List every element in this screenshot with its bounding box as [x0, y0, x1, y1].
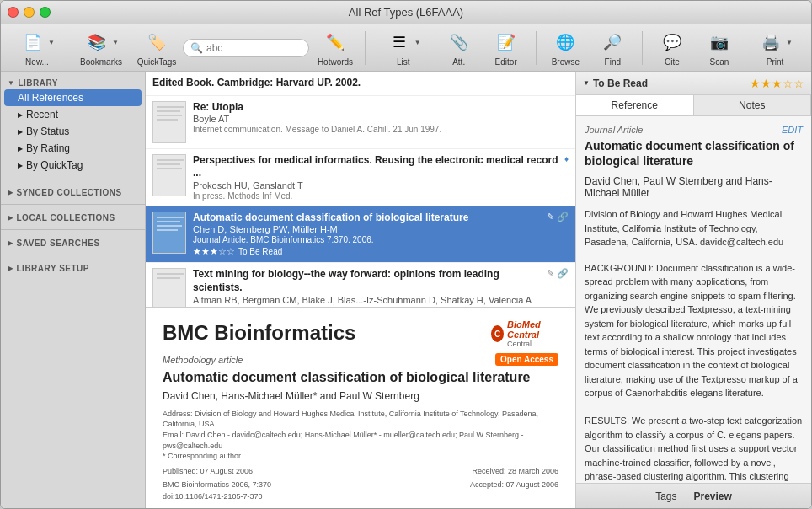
sidebar-item-by-rating-triangle: ▶ [18, 145, 23, 153]
sidebar-saved-header[interactable]: ▶ SAVED SEARCHES [1, 235, 145, 249]
preview-available: This article is available from: http://w… [163, 507, 558, 508]
reference-item-4[interactable]: Automatic document classification of bio… [146, 206, 575, 264]
preview-email-text: Email: David Chen - davidc@caltech.edu; … [163, 431, 523, 450]
local-triangle: ▶ [8, 214, 13, 222]
right-authors: David Chen, Paul W Sternberg and Hans-Mi… [585, 175, 803, 199]
svg-rect-4 [157, 119, 178, 121]
sidebar-synced-header[interactable]: ▶ SYNCED COLLECTIONS [1, 185, 145, 199]
right-affiliation: Division of Biology and Howard Hughes Me… [585, 207, 803, 249]
find-label: Find [605, 57, 621, 67]
ref-author-4: Chen D, Sternberg PW, Müller H-M [193, 224, 569, 234]
separator-3 [642, 31, 643, 65]
close-button[interactable] [8, 7, 19, 18]
right-bottom-tab-tags[interactable]: Tags [655, 490, 676, 502]
reference-item-1[interactable]: Edited Book. Cambridge: Harvard UP. 2002… [146, 72, 575, 96]
reference-item-5[interactable]: Text mining for biology--the way forward… [146, 263, 575, 308]
right-content: Journal Article EDIT Automatic document … [576, 116, 811, 483]
ref-author-2: Boyle AT [193, 114, 569, 124]
preview-bmc-ref-row: BMC Bioinformatics 2006, 7:370 Accepted:… [163, 480, 558, 489]
ref-tobread-4: To Be Read [238, 247, 282, 256]
ref-pencil-icon-5: ✎ [547, 268, 554, 279]
scan-button[interactable]: 📷 Scan [698, 25, 740, 70]
browse-button[interactable]: 🌐 Browse [544, 25, 586, 70]
sidebar-item-by-rating[interactable]: ▶ By Rating [1, 140, 145, 157]
titlebar: All Ref Types (L6FAAA) [1, 1, 811, 24]
list-button[interactable]: ☰ ▼ List [374, 25, 433, 70]
right-tab-notes[interactable]: Notes [694, 95, 812, 115]
sidebar-item-by-quicktag[interactable]: ▶ By QuickTag [1, 157, 145, 174]
att-button[interactable]: 📎 Att. [438, 25, 480, 70]
maximize-button[interactable] [40, 7, 51, 18]
bmc-logo-inner: C BioMed Central Central [491, 319, 558, 348]
print-button[interactable]: 🖨️ ▼ Print [745, 25, 804, 70]
sidebar-item-by-quicktag-triangle: ▶ [18, 162, 23, 169]
search-area: 🔍 [183, 39, 309, 57]
right-bottom-tab-preview[interactable]: Preview [693, 490, 731, 502]
print-label: Print [767, 57, 784, 67]
ref-content-5: Text mining for biology--the way forward… [193, 268, 569, 308]
bookmarks-button[interactable]: 📚 ▼ Bookmarks [72, 25, 131, 70]
sidebar-local-header[interactable]: ▶ LOCAL COLLECTIONS [1, 210, 145, 224]
quicktags-button[interactable]: 🏷️ QuickTags [136, 25, 178, 70]
separator-1 [365, 31, 366, 65]
browse-icon: 🌐 [552, 29, 579, 56]
ref-link-icon-5: 🔗 [557, 268, 569, 279]
reference-item-3[interactable]: Perspectives for medical informatics. Re… [146, 149, 575, 206]
hotwords-icon: ✏️ [322, 29, 349, 56]
sidebar-setup-header[interactable]: ▶ LIBRARY SETUP [1, 260, 145, 275]
setup-triangle: ▶ [8, 265, 13, 272]
right-type-row: Journal Article EDIT [585, 125, 803, 135]
right-header-stars: ★★★☆☆ [750, 77, 804, 90]
sidebar-item-recent-triangle: ▶ [18, 111, 23, 119]
right-abstract: BACKGROUND: Document classification is a… [585, 261, 803, 483]
sidebar-item-all-references[interactable]: All References [4, 89, 142, 106]
preview-address: Address: Division of Biology and Howard … [163, 409, 558, 462]
new-label: New... [25, 57, 49, 67]
minimize-button[interactable] [24, 7, 35, 18]
sidebar-item-recent[interactable]: ▶ Recent [1, 106, 145, 123]
right-edit-button[interactable]: EDIT [782, 125, 803, 135]
ref-author-5: Altman RB, Bergman CM, Blake J, Blas...-… [193, 295, 569, 305]
new-button[interactable]: 📄 ▼ New... [8, 25, 67, 70]
bmc-text-group: BioMed Central Central [507, 319, 558, 348]
svg-rect-2 [157, 110, 180, 112]
cite-button[interactable]: 💬 Cite [651, 25, 693, 70]
hotwords-button[interactable]: ✏️ Hotwords [314, 25, 356, 70]
bmc-biomed-text: BioMed Central [507, 319, 558, 340]
sidebar-item-by-status-triangle: ▶ [18, 128, 23, 136]
svg-rect-1 [157, 106, 184, 108]
sidebar-item-recent-label: Recent [26, 109, 58, 121]
preview-journal-name: BMC Bioinformatics [163, 321, 355, 345]
preview-corresponding-text: * Corresponding author [163, 452, 241, 460]
sidebar-item-by-rating-label: By Rating [26, 142, 70, 154]
scan-label: Scan [710, 57, 729, 67]
bmc-circle-text: C [494, 330, 500, 339]
svg-rect-3 [157, 115, 182, 116]
sidebar-divider-3 [1, 229, 145, 230]
sidebar-library-header[interactable]: ▼ LIBRARY [1, 75, 145, 89]
sidebar-library-label: LIBRARY [18, 78, 58, 88]
right-tab-reference[interactable]: Reference [576, 95, 694, 115]
main-window: All Ref Types (L6FAAA) 📄 ▼ New... 📚 ▼ Bo… [0, 0, 812, 509]
ref-thumb-3 [152, 154, 186, 196]
print-icon: 🖨️ [757, 29, 784, 56]
preview-type-row: Methodology article Open Access [163, 353, 558, 366]
svg-rect-13 [157, 229, 178, 231]
find-button[interactable]: 🔎 Find [591, 25, 633, 70]
sidebar-setup-label: LIBRARY SETUP [17, 264, 90, 273]
quicktags-label: QuickTags [137, 57, 177, 67]
right-pane: ▼ To Be Read ★★★☆☆ Reference Notes Journ… [575, 72, 811, 508]
toolbar: 📄 ▼ New... 📚 ▼ Bookmarks 🏷️ QuickTags 🔍 … [1, 24, 811, 72]
editor-button[interactable]: 📝 Editor [485, 25, 527, 70]
scan-icon: 📷 [706, 29, 733, 56]
ref-content-3: Perspectives for medical informatics. Re… [193, 154, 569, 201]
right-bottom-tabs: Tags Preview [576, 483, 811, 508]
bookmarks-icon: 📚 [83, 29, 110, 56]
right-type-label-text: Journal Article [585, 125, 643, 135]
sidebar-item-by-status[interactable]: ▶ By Status [1, 123, 145, 140]
reference-item-2[interactable]: Re: Utopia Boyle AT Internet communicati… [146, 96, 575, 149]
right-main-title: Automatic document classification of bio… [585, 138, 803, 169]
svg-rect-10 [157, 217, 184, 218]
search-input[interactable] [206, 42, 307, 54]
ref-pencil-icon-4: ✎ [547, 212, 554, 222]
